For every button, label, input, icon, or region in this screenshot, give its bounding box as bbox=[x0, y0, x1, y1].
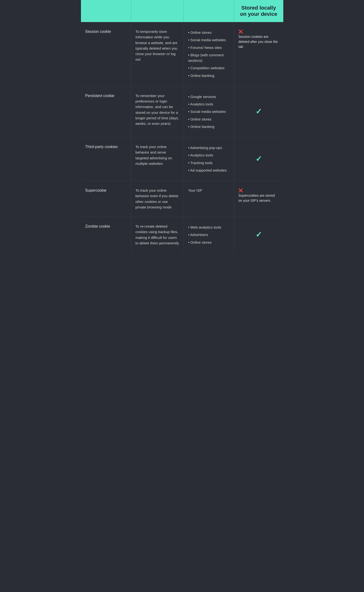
list-item: Analytics tools bbox=[188, 100, 230, 108]
table-row: Zombie cookieTo re-create deleted cookie… bbox=[81, 217, 283, 253]
cell-stored: ✓ bbox=[234, 217, 283, 253]
table-row: SupercookieTo track your online behavior… bbox=[81, 181, 283, 217]
cell-purpose: To remember your preferences or login in… bbox=[131, 86, 184, 137]
cell-purpose: To track your online behavior even if yo… bbox=[131, 181, 184, 217]
no-stored-content: ❌Session cookies are deleted after you c… bbox=[239, 29, 279, 49]
list-item: Online stores bbox=[188, 29, 230, 36]
list-item: Online stores bbox=[188, 239, 230, 246]
cell-cookie-type: Supercookie bbox=[81, 181, 131, 217]
header-stored: Stored locallyon your device bbox=[234, 0, 283, 22]
list-item: Online banking bbox=[188, 72, 230, 79]
no-stored-text: Session cookies are deleted after you cl… bbox=[239, 34, 279, 49]
table-body: Session cookieTo temporarily store infor… bbox=[81, 22, 283, 253]
cell-purpose: To re-create deleted cookies using backu… bbox=[131, 217, 184, 253]
table-row: Session cookieTo temporarily store infor… bbox=[81, 22, 283, 86]
cell-cookie-type: Persistent cookie bbox=[81, 86, 131, 137]
cross-icon: ❌ bbox=[239, 29, 243, 34]
list-item: Advertising pop-ups bbox=[188, 144, 230, 151]
cell-used-by: Web analytics toolsAdvertisersOnline sto… bbox=[184, 217, 234, 253]
cell-stored: ❌Supercookies are stored on your ISP's s… bbox=[234, 181, 283, 217]
checkmark-icon: ✓ bbox=[255, 229, 262, 241]
table-header: Stored locallyon your device bbox=[81, 0, 283, 22]
list-item: Advertisers bbox=[188, 231, 230, 238]
header-purpose bbox=[131, 0, 184, 22]
cell-cookie-type: Third-party cookies bbox=[81, 137, 131, 181]
list-item: Social media websites bbox=[188, 36, 230, 44]
header-cookie-type bbox=[81, 0, 131, 22]
checkmark-icon: ✓ bbox=[255, 153, 262, 165]
no-stored-text: Supercookies are stored on your ISP's se… bbox=[239, 193, 279, 203]
cell-used-by: Google servicesAnalytics toolsSocial med… bbox=[184, 86, 234, 137]
list-item: Blogs (with comment sections) bbox=[188, 51, 230, 65]
cell-used-by: Online storesSocial media websitesForums… bbox=[184, 22, 234, 86]
cell-cookie-type: Session cookie bbox=[81, 22, 131, 86]
cross-icon: ❌ bbox=[239, 188, 243, 193]
list-item: Tracking tools bbox=[188, 159, 230, 166]
cell-purpose: To track your online behavior and serve … bbox=[131, 137, 184, 181]
checkmark-icon: ✓ bbox=[255, 106, 262, 118]
list-item: Google services bbox=[188, 93, 230, 100]
list-item: Analytics tools bbox=[188, 151, 230, 159]
no-stored-content: ❌Supercookies are stored on your ISP's s… bbox=[239, 188, 279, 203]
list-item: Online stores bbox=[188, 115, 230, 123]
cell-used-by: Advertising pop-upsAnalytics toolsTracki… bbox=[184, 137, 234, 181]
cell-cookie-type: Zombie cookie bbox=[81, 217, 131, 253]
table-row: Third-party cookiesTo track your online … bbox=[81, 137, 283, 181]
list-item: Social media websites bbox=[188, 108, 230, 115]
header-used-by bbox=[184, 0, 234, 22]
cell-stored: ✓ bbox=[234, 137, 283, 181]
list-item: Online banking bbox=[188, 123, 230, 130]
list-item: Web analytics tools bbox=[188, 224, 230, 231]
cell-used-by: Your ISP bbox=[184, 181, 234, 217]
list-item: Forums/ News sites bbox=[188, 44, 230, 51]
cell-stored: ✓ bbox=[234, 86, 283, 137]
cell-purpose: To temporarily store information while y… bbox=[131, 22, 184, 86]
list-item: Ad-supported websites bbox=[188, 166, 230, 174]
list-item: Competition websites bbox=[188, 64, 230, 72]
cell-stored: ❌Session cookies are deleted after you c… bbox=[234, 22, 283, 86]
table-row: Persistent cookieTo remember your prefer… bbox=[81, 86, 283, 137]
